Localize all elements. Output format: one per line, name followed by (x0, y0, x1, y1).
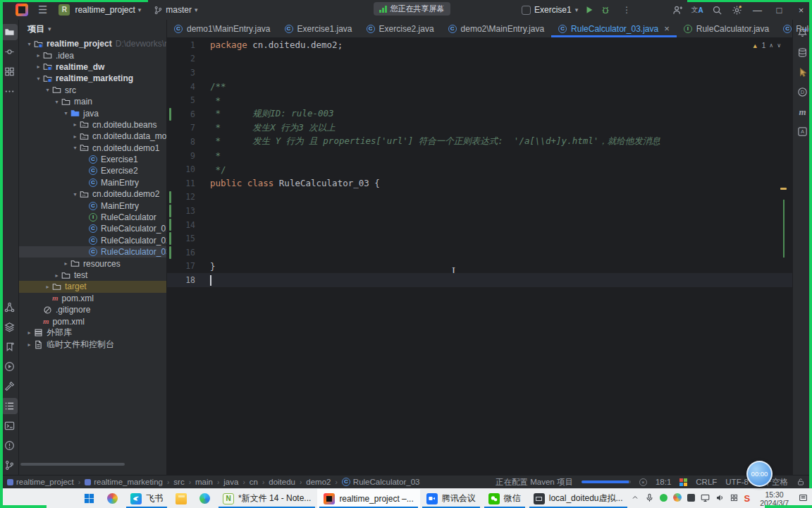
tree-item-外部库[interactable]: ▸外部库 (19, 327, 166, 339)
tool-maven-tool[interactable]: m (794, 104, 811, 120)
code-line-12[interactable]: 12 (167, 190, 792, 205)
caret-position[interactable]: 18:1 (656, 478, 671, 486)
code-line-5[interactable]: 5 * (167, 93, 792, 107)
encoding-indicator[interactable]: UTF-8 (725, 478, 749, 486)
code-editor[interactable]: ▲ 1 ∧ ∨ I 1package cn.doitedu.demo2;234/… (167, 38, 792, 475)
tree-item-Exercise1[interactable]: CExercise1 (19, 154, 166, 165)
tree-item-realtime_project[interactable]: ▾realtime_projectD:\devworks\realtime_p (19, 38, 166, 49)
tree-item-RuleCalculator_03[interactable]: CRuleCalculator_03 (19, 246, 166, 258)
tool-todo[interactable] (1, 398, 18, 414)
tool-vcs[interactable] (1, 457, 18, 473)
taskbar-app-vm[interactable]: local_doitedu虚拟... (527, 489, 629, 508)
tray-chevron-up[interactable] (631, 493, 639, 504)
maximize-button[interactable]: □ (768, 0, 790, 20)
tray-sogou[interactable]: S (744, 494, 750, 504)
tree-item-MainEntry[interactable]: CMainEntry (19, 177, 166, 188)
tool-database[interactable] (794, 44, 811, 61)
tree-chevron-icon[interactable]: ▾ (34, 75, 43, 82)
tree-item-cn.doitedu.data_mock[interactable]: ▸cn.doitedu.data_mock (19, 131, 166, 142)
code-line-1[interactable]: 1package cn.doitedu.demo2; (167, 38, 792, 52)
tree-item-.gitignore[interactable]: .gitignore (19, 304, 166, 315)
breadcrumb-demo2[interactable]: demo2 (306, 478, 331, 486)
tree-chevron-icon[interactable]: ▸ (70, 133, 80, 140)
tree-item-cn.doitedu.demo1[interactable]: ▾cn.doitedu.demo1 (19, 143, 166, 154)
tree-item-pom.xml[interactable]: mpom.xml (19, 315, 166, 327)
code-line-16[interactable]: 16 (167, 246, 792, 260)
add-user-icon[interactable] (668, 0, 687, 20)
translate-icon[interactable]: 文A (687, 0, 707, 20)
breadcrumb-main[interactable]: main (195, 478, 213, 486)
tray-monitor[interactable] (701, 493, 710, 504)
taskbar-app-wechat[interactable]: 微信 (482, 489, 527, 508)
tool-ai-assistant[interactable] (794, 64, 811, 80)
meeting-timer-overlay[interactable]: 00:00 (746, 461, 773, 487)
code-line-10[interactable]: 10 */ (167, 162, 792, 176)
tree-item-MainEntry[interactable]: CMainEntry (19, 200, 166, 211)
tree-chevron-icon[interactable]: ▾ (25, 41, 34, 47)
tool-problems[interactable] (1, 437, 18, 454)
tree-chevron-icon[interactable]: ▾ (61, 110, 70, 116)
debug-button[interactable] (601, 5, 610, 15)
tab-RuleCalculator_03.java[interactable]: CRuleCalculator_03.java× (551, 20, 677, 37)
lock-icon[interactable] (796, 478, 805, 486)
code-line-4[interactable]: 4/** (167, 80, 792, 94)
tree-chevron-icon[interactable]: ▸ (70, 121, 80, 128)
code-line-7[interactable]: 7 * 发生X 行为3 次以上 (167, 121, 792, 135)
tool-terminal[interactable] (1, 418, 18, 434)
code-line-2[interactable]: 2 (167, 52, 792, 66)
cancel-progress-icon[interactable]: × (639, 478, 647, 486)
taskbar-app-start[interactable] (78, 489, 101, 508)
tree-chevron-icon[interactable]: ▸ (34, 64, 43, 70)
horizontal-scrollbar[interactable] (20, 463, 125, 466)
tool-translation[interactable]: A (794, 123, 811, 140)
tree-chevron-icon[interactable]: ▸ (25, 341, 34, 348)
code-line-18[interactable]: 18 (167, 273, 792, 287)
code-line-3[interactable]: 3 (167, 66, 792, 80)
code-line-17[interactable]: 17} (167, 260, 792, 274)
tree-item-realtime_dw[interactable]: ▸realtime_dw (19, 61, 166, 73)
tree-item-RuleCalculator_01[interactable]: CRuleCalculator_01 (19, 223, 166, 234)
tray-colorwheel[interactable] (673, 493, 682, 504)
taskbar-app-edge[interactable] (193, 489, 216, 508)
code-line-11[interactable]: 11public class RuleCalculator_03 { (167, 176, 792, 190)
action-center-icon[interactable] (799, 493, 808, 504)
tree-chevron-icon[interactable]: ▸ (43, 284, 52, 290)
tool-project-folder[interactable] (1, 24, 18, 40)
taskbar-app-notepad[interactable]: N*新文件 14 - Note... (216, 489, 317, 508)
tool-commit[interactable] (1, 44, 18, 60)
tree-item-main[interactable]: ▾main (19, 96, 166, 107)
tree-item-src[interactable]: ▾src (19, 85, 166, 96)
tree-item-java[interactable]: ▾java (19, 107, 166, 119)
tree-item-cn.doitedu.beans[interactable]: ▸cn.doitedu.beans (19, 119, 166, 131)
close-tab-icon[interactable]: × (664, 23, 670, 34)
breadcrumb-doitedu[interactable]: doitedu (269, 478, 295, 486)
settings-gear-icon[interactable] (727, 0, 746, 20)
breadcrumb-realtime_project[interactable]: realtime_project (7, 478, 74, 486)
tree-chevron-icon[interactable]: ▾ (52, 99, 61, 105)
tree-chevron-icon[interactable]: ▸ (34, 52, 43, 59)
code-line-9[interactable]: 9 * (167, 149, 792, 163)
taskbar-app-idea[interactable]: realtime_project –... (317, 489, 419, 508)
breadcrumb-realtime_marketing[interactable]: realtime_marketing (85, 478, 163, 486)
tool-run-circle[interactable] (1, 358, 18, 375)
tree-item-RuleCalculator[interactable]: IRuleCalculator (19, 212, 166, 223)
tab-RuleCalculator.java[interactable]: IRuleCalculator.java (677, 20, 776, 37)
breadcrumb-RuleCalculator_03[interactable]: CRuleCalculator_03 (342, 478, 420, 486)
tree-item-realtime_marketing[interactable]: ▾realtime_marketing (19, 73, 166, 84)
taskbar-app-feishu[interactable]: 飞书 (124, 489, 169, 508)
tray-green-dot[interactable] (660, 494, 668, 504)
tree-item-pom.xml[interactable]: mpom.xml (19, 293, 166, 304)
code-line-13[interactable]: 13 (167, 204, 792, 218)
code-line-15[interactable]: 15 (167, 231, 792, 246)
tray-speaker[interactable] (715, 493, 725, 504)
tool-bookmarks[interactable] (1, 339, 18, 355)
breadcrumb-src[interactable]: src (173, 478, 184, 486)
tab-demo1\MainEntry.java[interactable]: Cdemo1\MainEntry.java (167, 20, 278, 37)
color-grid-icon[interactable] (679, 478, 687, 486)
taskbar-app-explorer[interactable] (169, 489, 193, 508)
code-line-8[interactable]: 8 * 发生 Y 行为 且 properties['url'] 符合一个正则表达… (167, 135, 792, 149)
tree-chevron-icon[interactable]: ▸ (61, 260, 70, 267)
line-ending-indicator[interactable]: CRLF (696, 478, 717, 486)
minimize-button[interactable]: — (746, 0, 768, 20)
taskbar-clock[interactable]: 15:302024/3/7 (756, 490, 793, 507)
